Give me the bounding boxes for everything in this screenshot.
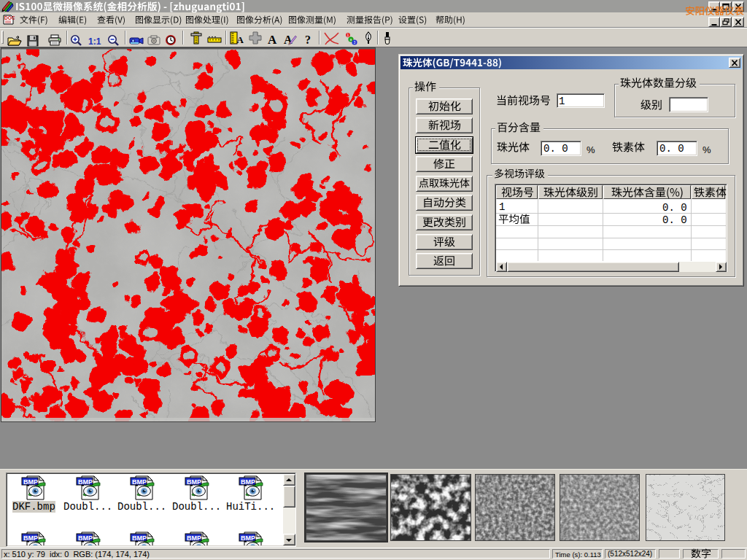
svg-text:BMP: BMP bbox=[187, 478, 201, 486]
svg-text:BMP: BMP bbox=[187, 534, 201, 542]
svg-text:BMP: BMP bbox=[23, 478, 38, 486]
svg-text:BMP: BMP bbox=[132, 534, 147, 542]
svg-text:BMP: BMP bbox=[78, 534, 93, 542]
svg-text:a: a bbox=[350, 37, 352, 42]
svg-text:BMP: BMP bbox=[23, 534, 38, 542]
svg-text:3: 3 bbox=[354, 40, 356, 44]
svg-text:1: 1 bbox=[347, 33, 349, 37]
svg-text:BMP: BMP bbox=[241, 478, 255, 486]
svg-text:BMP: BMP bbox=[132, 478, 147, 486]
svg-text:BMP: BMP bbox=[78, 478, 93, 486]
svg-text:BMP: BMP bbox=[241, 534, 255, 542]
svg-text:DOC: DOC bbox=[4, 15, 15, 20]
svg-text:A: A bbox=[237, 34, 244, 45]
svg-text:?: ? bbox=[305, 34, 311, 46]
svg-text:A: A bbox=[284, 34, 293, 46]
svg-text:1:1: 1:1 bbox=[88, 36, 101, 47]
svg-text:A: A bbox=[268, 33, 277, 47]
